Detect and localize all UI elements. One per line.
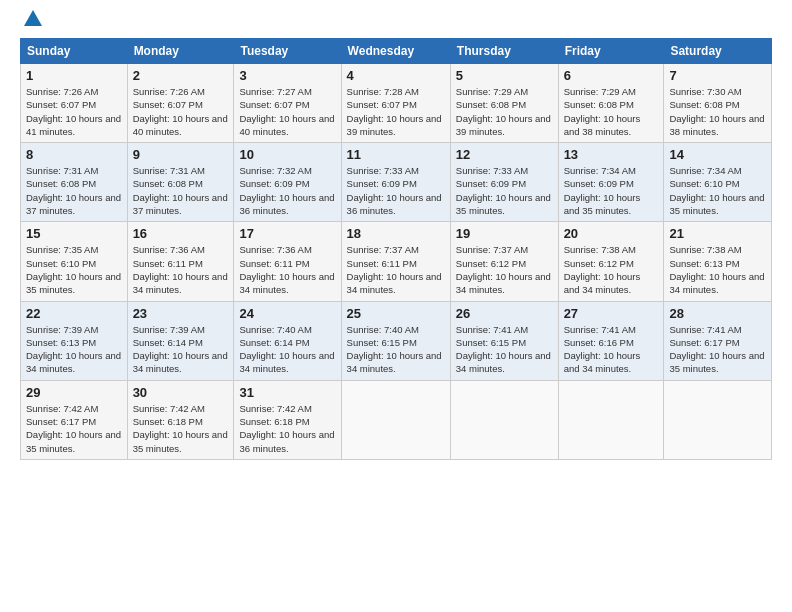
day-detail: Sunrise: 7:27 AM Sunset: 6:07 PM Dayligh… — [239, 85, 335, 138]
weekday-header-monday: Monday — [127, 39, 234, 64]
calendar-cell: 14 Sunrise: 7:34 AM Sunset: 6:10 PM Dayl… — [664, 143, 772, 222]
sunrise: Sunrise: 7:42 AM — [133, 403, 205, 414]
calendar-cell: 8 Sunrise: 7:31 AM Sunset: 6:08 PM Dayli… — [21, 143, 128, 222]
calendar-cell: 30 Sunrise: 7:42 AM Sunset: 6:18 PM Dayl… — [127, 380, 234, 459]
sunset: Sunset: 6:07 PM — [26, 99, 96, 110]
daylight: Daylight: 10 hours and 37 minutes. — [26, 192, 121, 216]
daylight: Daylight: 10 hours and 34 minutes. — [239, 350, 334, 374]
daylight: Daylight: 10 hours and 38 minutes. — [669, 113, 764, 137]
calendar-cell: 9 Sunrise: 7:31 AM Sunset: 6:08 PM Dayli… — [127, 143, 234, 222]
calendar-cell — [341, 380, 450, 459]
day-number: 29 — [26, 385, 122, 400]
daylight: Daylight: 10 hours and 34 minutes. — [456, 350, 551, 374]
sunrise: Sunrise: 7:33 AM — [347, 165, 419, 176]
day-number: 1 — [26, 68, 122, 83]
calendar-cell: 31 Sunrise: 7:42 AM Sunset: 6:18 PM Dayl… — [234, 380, 341, 459]
day-detail: Sunrise: 7:35 AM Sunset: 6:10 PM Dayligh… — [26, 243, 122, 296]
sunset: Sunset: 6:09 PM — [239, 178, 309, 189]
day-detail: Sunrise: 7:40 AM Sunset: 6:15 PM Dayligh… — [347, 323, 445, 376]
daylight: Daylight: 10 hours and 36 minutes. — [239, 429, 334, 453]
daylight: Daylight: 10 hours and 40 minutes. — [239, 113, 334, 137]
calendar-week-5: 29 Sunrise: 7:42 AM Sunset: 6:17 PM Dayl… — [21, 380, 772, 459]
sunrise: Sunrise: 7:32 AM — [239, 165, 311, 176]
day-number: 5 — [456, 68, 553, 83]
calendar-cell: 5 Sunrise: 7:29 AM Sunset: 6:08 PM Dayli… — [450, 64, 558, 143]
day-detail: Sunrise: 7:39 AM Sunset: 6:13 PM Dayligh… — [26, 323, 122, 376]
day-detail: Sunrise: 7:41 AM Sunset: 6:15 PM Dayligh… — [456, 323, 553, 376]
day-number: 26 — [456, 306, 553, 321]
day-number: 20 — [564, 226, 659, 241]
day-detail: Sunrise: 7:42 AM Sunset: 6:17 PM Dayligh… — [26, 402, 122, 455]
day-detail: Sunrise: 7:40 AM Sunset: 6:14 PM Dayligh… — [239, 323, 335, 376]
day-detail: Sunrise: 7:36 AM Sunset: 6:11 PM Dayligh… — [133, 243, 229, 296]
calendar-cell: 10 Sunrise: 7:32 AM Sunset: 6:09 PM Dayl… — [234, 143, 341, 222]
sunrise: Sunrise: 7:42 AM — [26, 403, 98, 414]
calendar-cell: 2 Sunrise: 7:26 AM Sunset: 6:07 PM Dayli… — [127, 64, 234, 143]
sunset: Sunset: 6:10 PM — [26, 258, 96, 269]
calendar-cell: 28 Sunrise: 7:41 AM Sunset: 6:17 PM Dayl… — [664, 301, 772, 380]
daylight: Daylight: 10 hours and 34 minutes. — [347, 350, 442, 374]
calendar-week-4: 22 Sunrise: 7:39 AM Sunset: 6:13 PM Dayl… — [21, 301, 772, 380]
sunset: Sunset: 6:14 PM — [239, 337, 309, 348]
sunrise: Sunrise: 7:40 AM — [239, 324, 311, 335]
day-detail: Sunrise: 7:37 AM Sunset: 6:11 PM Dayligh… — [347, 243, 445, 296]
sunset: Sunset: 6:17 PM — [669, 337, 739, 348]
daylight: Daylight: 10 hours and 34 minutes. — [347, 271, 442, 295]
day-detail: Sunrise: 7:29 AM Sunset: 6:08 PM Dayligh… — [456, 85, 553, 138]
calendar-cell: 29 Sunrise: 7:42 AM Sunset: 6:17 PM Dayl… — [21, 380, 128, 459]
sunrise: Sunrise: 7:39 AM — [26, 324, 98, 335]
daylight: Daylight: 10 hours and 36 minutes. — [347, 192, 442, 216]
calendar-cell: 1 Sunrise: 7:26 AM Sunset: 6:07 PM Dayli… — [21, 64, 128, 143]
sunrise: Sunrise: 7:29 AM — [564, 86, 636, 97]
day-number: 16 — [133, 226, 229, 241]
day-number: 14 — [669, 147, 766, 162]
calendar-cell: 21 Sunrise: 7:38 AM Sunset: 6:13 PM Dayl… — [664, 222, 772, 301]
calendar-cell: 22 Sunrise: 7:39 AM Sunset: 6:13 PM Dayl… — [21, 301, 128, 380]
sunset: Sunset: 6:08 PM — [133, 178, 203, 189]
day-number: 13 — [564, 147, 659, 162]
daylight: Daylight: 10 hours and 39 minutes. — [347, 113, 442, 137]
calendar-week-3: 15 Sunrise: 7:35 AM Sunset: 6:10 PM Dayl… — [21, 222, 772, 301]
weekday-header-friday: Friday — [558, 39, 664, 64]
logo — [20, 16, 44, 28]
sunrise: Sunrise: 7:26 AM — [133, 86, 205, 97]
calendar-table: SundayMondayTuesdayWednesdayThursdayFrid… — [20, 38, 772, 460]
day-number: 6 — [564, 68, 659, 83]
header — [20, 16, 772, 28]
daylight: Daylight: 10 hours and 34 minutes. — [133, 350, 228, 374]
daylight: Daylight: 10 hours and 34 minutes. — [239, 271, 334, 295]
calendar-cell — [450, 380, 558, 459]
sunrise: Sunrise: 7:27 AM — [239, 86, 311, 97]
sunrise: Sunrise: 7:29 AM — [456, 86, 528, 97]
sunset: Sunset: 6:13 PM — [669, 258, 739, 269]
sunset: Sunset: 6:11 PM — [239, 258, 309, 269]
day-detail: Sunrise: 7:42 AM Sunset: 6:18 PM Dayligh… — [239, 402, 335, 455]
sunset: Sunset: 6:08 PM — [26, 178, 96, 189]
sunset: Sunset: 6:07 PM — [347, 99, 417, 110]
daylight: Daylight: 10 hours and 35 minutes. — [564, 192, 641, 216]
sunrise: Sunrise: 7:31 AM — [26, 165, 98, 176]
day-number: 2 — [133, 68, 229, 83]
day-detail: Sunrise: 7:34 AM Sunset: 6:10 PM Dayligh… — [669, 164, 766, 217]
sunrise: Sunrise: 7:41 AM — [564, 324, 636, 335]
daylight: Daylight: 10 hours and 37 minutes. — [133, 192, 228, 216]
sunset: Sunset: 6:08 PM — [669, 99, 739, 110]
sunrise: Sunrise: 7:34 AM — [669, 165, 741, 176]
calendar-cell: 7 Sunrise: 7:30 AM Sunset: 6:08 PM Dayli… — [664, 64, 772, 143]
calendar-cell: 23 Sunrise: 7:39 AM Sunset: 6:14 PM Dayl… — [127, 301, 234, 380]
sunset: Sunset: 6:15 PM — [347, 337, 417, 348]
calendar-cell: 27 Sunrise: 7:41 AM Sunset: 6:16 PM Dayl… — [558, 301, 664, 380]
sunset: Sunset: 6:09 PM — [347, 178, 417, 189]
calendar-cell: 18 Sunrise: 7:37 AM Sunset: 6:11 PM Dayl… — [341, 222, 450, 301]
sunset: Sunset: 6:11 PM — [347, 258, 417, 269]
svg-marker-0 — [24, 10, 42, 26]
sunset: Sunset: 6:18 PM — [133, 416, 203, 427]
day-number: 19 — [456, 226, 553, 241]
daylight: Daylight: 10 hours and 40 minutes. — [133, 113, 228, 137]
day-number: 7 — [669, 68, 766, 83]
page: SundayMondayTuesdayWednesdayThursdayFrid… — [0, 0, 792, 612]
sunrise: Sunrise: 7:41 AM — [456, 324, 528, 335]
daylight: Daylight: 10 hours and 35 minutes. — [669, 192, 764, 216]
day-number: 21 — [669, 226, 766, 241]
calendar-body: 1 Sunrise: 7:26 AM Sunset: 6:07 PM Dayli… — [21, 64, 772, 460]
